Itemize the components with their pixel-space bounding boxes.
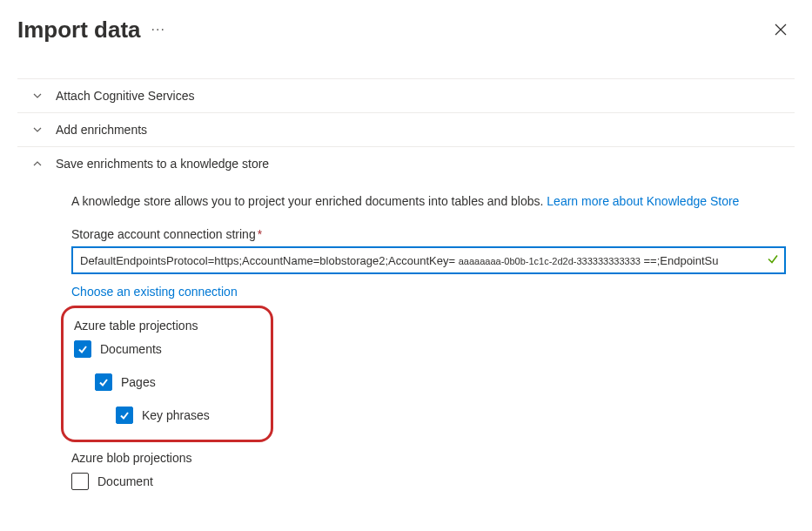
close-button[interactable] bbox=[767, 16, 795, 44]
required-indicator: * bbox=[258, 227, 262, 241]
page-title: Import data bbox=[17, 17, 141, 44]
checkmark-icon bbox=[118, 409, 131, 421]
table-projections-highlight: Azure table projections Documents Pages bbox=[61, 306, 273, 442]
checkbox-keyphrases[interactable] bbox=[116, 407, 133, 424]
chevron-down-icon bbox=[31, 124, 44, 136]
checkbox-row-pages: Pages bbox=[74, 373, 257, 391]
section-save-enrichments: Save enrichments to a knowledge store A … bbox=[17, 147, 795, 511]
section-label: Add enrichments bbox=[56, 123, 147, 137]
checkmark-icon bbox=[97, 376, 110, 388]
connection-string-value: DefaultEndpointsProtocol=https;AccountNa… bbox=[80, 254, 760, 267]
accordion: Attach Cognitive Services Add enrichment… bbox=[17, 78, 795, 511]
section-header-save[interactable]: Save enrichments to a knowledge store bbox=[17, 147, 795, 180]
connection-string-input[interactable]: DefaultEndpointsProtocol=https;AccountNa… bbox=[71, 246, 786, 274]
checkmark-icon bbox=[77, 343, 89, 355]
section-body-save: A knowledge store allows you to project … bbox=[17, 180, 795, 511]
section-label: Save enrichments to a knowledge store bbox=[56, 157, 269, 171]
checkbox-row-blob-document: Document bbox=[71, 473, 786, 490]
chevron-down-icon bbox=[31, 90, 44, 102]
choose-existing-connection-link[interactable]: Choose an existing connection bbox=[71, 285, 786, 299]
checkbox-blob-document[interactable] bbox=[71, 473, 89, 490]
description-text: A knowledge store allows you to project … bbox=[71, 194, 547, 208]
validation-check-icon bbox=[767, 253, 779, 268]
checkbox-row-keyphrases: Key phrases bbox=[74, 407, 257, 424]
close-icon bbox=[774, 23, 788, 37]
more-icon[interactable]: ··· bbox=[151, 22, 165, 37]
section-label: Attach Cognitive Services bbox=[56, 89, 195, 103]
title-row: Import data ··· bbox=[17, 17, 165, 44]
chevron-up-icon bbox=[31, 158, 44, 170]
connection-string-label: Storage account connection string* bbox=[71, 227, 786, 241]
panel-header: Import data ··· bbox=[17, 16, 795, 44]
blob-projections-title: Azure blob projections bbox=[71, 451, 786, 465]
section-header-enrich[interactable]: Add enrichments bbox=[17, 113, 795, 146]
checkbox-pages[interactable] bbox=[95, 373, 112, 391]
section-header-attach[interactable]: Attach Cognitive Services bbox=[17, 79, 795, 112]
section-add-enrichments: Add enrichments bbox=[17, 113, 795, 147]
learn-more-link[interactable]: Learn more about Knowledge Store bbox=[547, 194, 739, 208]
checkbox-documents[interactable] bbox=[74, 340, 91, 358]
section-attach-cognitive: Attach Cognitive Services bbox=[17, 79, 795, 113]
checkbox-label: Documents bbox=[100, 342, 162, 356]
checkbox-label: Key phrases bbox=[142, 408, 210, 422]
knowledge-store-description: A knowledge store allows you to project … bbox=[71, 194, 786, 208]
import-data-panel: Import data ··· Attach Cognitive Service… bbox=[0, 0, 812, 531]
checkbox-label: Document bbox=[97, 474, 153, 488]
checkbox-label: Pages bbox=[121, 375, 156, 389]
table-projections-title: Azure table projections bbox=[74, 319, 257, 333]
checkbox-row-documents: Documents bbox=[74, 340, 257, 358]
